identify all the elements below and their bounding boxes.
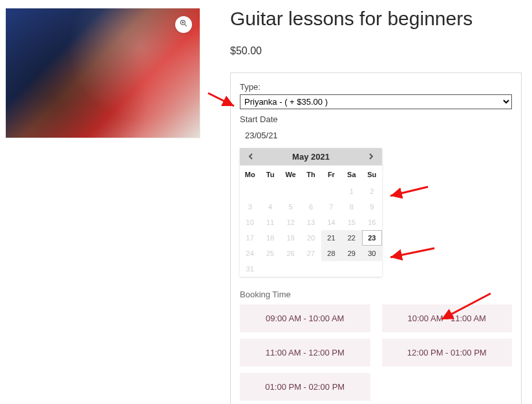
- calendar-header: May 2021: [240, 148, 382, 165]
- time-slot[interactable]: 09:00 AM - 10:00 AM: [240, 304, 370, 332]
- zoom-button[interactable]: [175, 16, 192, 33]
- type-select[interactable]: Priyanka - ( + $35.00 ): [240, 94, 512, 109]
- calendar-grid: Mo Tu We Th Fr Sa Su 1234567891011121314…: [240, 165, 382, 277]
- svg-point-0: [180, 20, 185, 25]
- product-title: Guitar lessons for beginners: [230, 8, 522, 30]
- calendar-day[interactable]: 29: [341, 246, 361, 261]
- calendar-day-blank: [362, 261, 382, 277]
- calendar-day: 2: [362, 184, 382, 199]
- calendar-day-blank: [260, 184, 280, 199]
- calendar-day[interactable]: 30: [362, 246, 382, 261]
- calendar-day[interactable]: 28: [321, 246, 341, 261]
- time-slot[interactable]: 11:00 AM - 12:00 PM: [240, 339, 370, 367]
- calendar-day: 9: [362, 199, 382, 215]
- calendar-day: 6: [301, 199, 321, 215]
- dow: Fr: [321, 165, 341, 184]
- dow: We: [281, 165, 301, 184]
- calendar-dow-row: Mo Tu We Th Fr Sa Su: [240, 165, 382, 184]
- product-page: Guitar lessons for beginners $50.00 Type…: [0, 0, 532, 404]
- calendar-day-blank: [321, 184, 341, 199]
- calendar-day: 1: [341, 184, 361, 199]
- time-slot[interactable]: 12:00 PM - 01:00 PM: [382, 339, 513, 367]
- calendar-row: 17181920212223: [240, 230, 382, 246]
- calendar-day: 8: [341, 199, 361, 215]
- calendar-day: 20: [301, 230, 321, 246]
- product-content: Guitar lessons for beginners $50.00 Type…: [230, 8, 522, 404]
- svg-line-1: [185, 25, 187, 27]
- calendar-row: 10111213141516: [240, 215, 382, 230]
- calendar-day-blank: [301, 184, 321, 199]
- dow: Tu: [260, 165, 280, 184]
- booking-time-label: Booking Time: [240, 290, 512, 299]
- calendar-day: 4: [260, 199, 280, 215]
- search-plus-icon: [179, 19, 188, 30]
- type-label: Type:: [240, 82, 512, 92]
- calendar-day: 3: [240, 199, 260, 215]
- calendar-day-blank: [341, 261, 361, 277]
- calendar-day[interactable]: 23: [362, 230, 382, 246]
- booking-panel: Type: Priyanka - ( + $35.00 ) Start Date…: [230, 72, 522, 404]
- calendar-day: 16: [362, 215, 382, 230]
- time-slots: 09:00 AM - 10:00 AM 10:00 AM - 11:00 AM …: [240, 304, 512, 401]
- calendar-day: 19: [281, 230, 301, 246]
- calendar-day[interactable]: 21: [321, 230, 341, 246]
- calendar-day: 14: [321, 215, 341, 230]
- calendar-day: 11: [260, 215, 280, 230]
- time-slot[interactable]: 01:00 PM - 02:00 PM: [240, 373, 370, 401]
- calendar-day: 13: [301, 215, 321, 230]
- calendar-day-blank: [281, 261, 301, 277]
- product-price: $50.00: [230, 45, 522, 57]
- calendar-day-blank: [240, 184, 260, 199]
- calendar-next[interactable]: [367, 153, 376, 162]
- calendar-day: 12: [281, 215, 301, 230]
- chevron-right-icon: [368, 152, 374, 162]
- calendar-day-blank: [260, 261, 280, 277]
- calendar-day: 17: [240, 230, 260, 246]
- calendar: May 2021 Mo Tu We Th Fr Sa Su 1: [240, 148, 382, 277]
- calendar-month-label: May 2021: [292, 152, 330, 162]
- dow: Sa: [341, 165, 361, 184]
- calendar-day-blank: [301, 261, 321, 277]
- calendar-day: 26: [281, 246, 301, 261]
- dow: Mo: [240, 165, 260, 184]
- time-slot[interactable]: 10:00 AM - 11:00 AM: [382, 304, 513, 332]
- start-date-label: Start Date: [240, 114, 512, 124]
- calendar-day-blank: [321, 261, 341, 277]
- calendar-day-blank: [281, 184, 301, 199]
- calendar-day: 5: [281, 199, 301, 215]
- start-date-value[interactable]: 23/05/21: [240, 124, 512, 147]
- dow: Th: [301, 165, 321, 184]
- chevron-left-icon: [248, 152, 254, 162]
- calendar-row: 24252627282930: [240, 246, 382, 261]
- calendar-row: 31: [240, 261, 382, 277]
- calendar-day: 27: [301, 246, 321, 261]
- calendar-row: 12: [240, 184, 382, 199]
- calendar-row: 3456789: [240, 199, 382, 215]
- calendar-day[interactable]: 22: [341, 230, 361, 246]
- calendar-day: 31: [240, 261, 260, 277]
- calendar-day: 24: [240, 246, 260, 261]
- calendar-prev[interactable]: [246, 153, 255, 162]
- calendar-day: 15: [341, 215, 361, 230]
- dow: Su: [362, 165, 382, 184]
- calendar-day: 25: [260, 246, 280, 261]
- calendar-day: 7: [321, 199, 341, 215]
- product-image[interactable]: [5, 8, 200, 138]
- calendar-day: 10: [240, 215, 260, 230]
- calendar-day: 18: [260, 230, 280, 246]
